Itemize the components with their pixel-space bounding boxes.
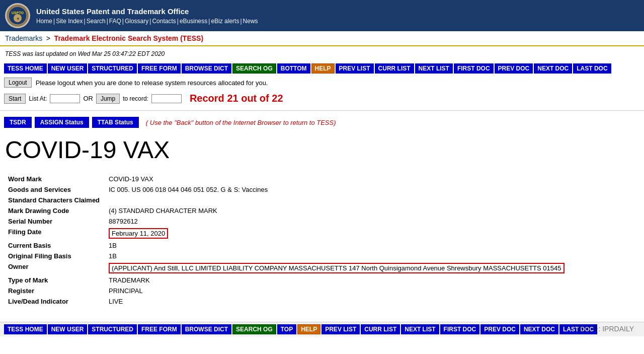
table-row: Type of Mark TRADEMARK	[5, 275, 634, 286]
owner-highlighted: (APPLICANT) And Still, LLC LIMITED LIABI…	[109, 263, 565, 273]
field-value: LIVE	[106, 296, 634, 307]
agency-title: United States Patent and Trademark Offic…	[36, 7, 258, 16]
field-value: TRADEMARK	[106, 275, 634, 286]
bottom-next-doc-button[interactable]: NEXT DOC	[520, 324, 558, 334]
table-row: Filing Date February 11, 2020	[5, 227, 634, 240]
field-label: Type of Mark	[5, 275, 106, 286]
back-note: ( Use the "Back" button of the Internet …	[146, 119, 336, 126]
logout-button[interactable]: Logout	[4, 78, 32, 88]
next-list-button[interactable]: NEXT LIST	[415, 63, 453, 74]
bottom-button[interactable]: BOTTOM	[277, 63, 310, 74]
tsdr-button[interactable]: TSDR	[4, 117, 32, 128]
breadcrumb-separator: >	[46, 34, 50, 42]
field-value: February 11, 2020	[106, 227, 634, 240]
bottom-new-user-button[interactable]: NEW USER	[48, 324, 88, 334]
browse-dict-button[interactable]: BROWSE DICT	[182, 63, 231, 74]
field-value: COVID-19 VAX	[106, 174, 634, 184]
ttab-status-button[interactable]: TTAB Status	[92, 117, 139, 128]
table-row: Word Mark COVID-19 VAX	[5, 174, 634, 184]
nav-contacts[interactable]: Contacts	[152, 18, 176, 25]
divider-1	[0, 110, 644, 111]
bottom-structured-button[interactable]: STRUCTURED	[88, 324, 137, 334]
table-row: Mark Drawing Code (4) STANDARD CHARACTER…	[5, 205, 634, 216]
bottom-free-form-button[interactable]: FREE FORM	[138, 324, 181, 334]
start-button[interactable]: Start	[4, 94, 26, 104]
header-text: United States Patent and Trademark Offic…	[36, 7, 258, 25]
bottom-tess-home-button[interactable]: TESS HOME	[4, 324, 47, 334]
field-value: 1B	[106, 240, 634, 251]
watermark: 微信号: IPRDAILY	[577, 325, 634, 334]
logout-message: Please logout when you are done to relea…	[36, 79, 268, 87]
nav-ebiz-alerts[interactable]: eBiz alerts	[211, 18, 239, 25]
bottom-prev-list-button[interactable]: PREV LIST	[321, 324, 360, 334]
bottom-first-doc-button[interactable]: FIRST DOC	[440, 324, 480, 334]
nav-search[interactable]: Search	[87, 18, 106, 25]
field-label: Mark Drawing Code	[5, 205, 106, 216]
table-row: Current Basis 1B	[5, 240, 634, 251]
prev-list-button[interactable]: PREV LIST	[336, 63, 374, 74]
nav-news[interactable]: News	[243, 18, 258, 25]
field-label: Current Basis	[5, 240, 106, 251]
top-toolbar: TESS HOME NEW USER STRUCTURED FREE FORM …	[0, 61, 644, 76]
status-row: TSDR ASSIGN Status TTAB Status ( Use the…	[0, 114, 644, 131]
table-row: Goods and Services IC 005. US 006 018 04…	[5, 184, 634, 195]
bottom-browse-dict-button[interactable]: BROWSE DICT	[182, 324, 231, 334]
nav-faq[interactable]: FAQ	[109, 18, 121, 25]
bottom-top-button[interactable]: TOP	[277, 324, 296, 334]
watermark-text: 微信号: IPRDAILY	[577, 325, 634, 333]
field-label: Original Filing Basis	[5, 251, 106, 261]
free-form-button[interactable]: FREE FORM	[138, 63, 181, 74]
nav-site-index[interactable]: Site Index	[56, 18, 83, 25]
bottom-search-og-button[interactable]: SEARCH OG	[232, 324, 276, 334]
record-text: Record 21 out of 22	[190, 93, 283, 104]
breadcrumb-parent[interactable]: Trademarks	[5, 34, 42, 42]
field-label: Live/Dead Indicator	[5, 296, 106, 307]
table-row: Register PRINCIPAL	[5, 286, 634, 296]
help-button[interactable]: HELP	[311, 63, 335, 74]
or-label: OR	[83, 95, 93, 102]
new-user-button[interactable]: NEW USER	[48, 63, 88, 74]
field-value: (APPLICANT) And Still, LLC LIMITED LIABI…	[106, 261, 634, 275]
to-record-input[interactable]	[151, 94, 182, 103]
table-row: Owner (APPLICANT) And Still, LLC LIMITED…	[5, 261, 634, 275]
tess-home-button[interactable]: TESS HOME	[4, 63, 47, 74]
to-record-label: to record:	[123, 95, 148, 102]
field-label: Register	[5, 286, 106, 296]
nav-glossary[interactable]: Glossary	[125, 18, 148, 25]
field-value	[106, 195, 634, 205]
bottom-next-list-button[interactable]: NEXT LIST	[401, 324, 439, 334]
prev-doc-button[interactable]: PREV DOC	[495, 63, 533, 74]
table-row: Live/Dead Indicator LIVE	[5, 296, 634, 307]
logout-row: Logout Please logout when you are done t…	[0, 76, 644, 90]
update-text: TESS was last updated on Wed Mar 25 03:4…	[5, 50, 165, 57]
main-content: COVID-19 VAX Word Mark COVID-19 VAX Good…	[0, 131, 644, 317]
field-value: PRINCIPAL	[106, 286, 634, 296]
jump-button[interactable]: Jump	[96, 94, 120, 104]
bottom-curr-list-button[interactable]: CURR LIST	[361, 324, 400, 334]
field-label: Serial Number	[5, 216, 106, 227]
field-label: Standard Characters Claimed	[5, 195, 106, 205]
last-doc-button[interactable]: LAST DOC	[573, 63, 611, 74]
table-row: Original Filing Basis 1B	[5, 251, 634, 261]
header: USPTO ★ United States Patent and Tradema…	[0, 0, 644, 31]
curr-list-button[interactable]: CURR LIST	[375, 63, 414, 74]
trademark-data-table: Word Mark COVID-19 VAX Goods and Service…	[5, 174, 634, 307]
assign-status-button[interactable]: ASSIGN Status	[35, 117, 89, 128]
nav-home[interactable]: Home	[36, 18, 52, 25]
nav-ebusiness[interactable]: eBusiness	[180, 18, 207, 25]
bottom-help-button[interactable]: HELP	[297, 324, 320, 334]
breadcrumb-current: Trademark Electronic Search System (TESS…	[54, 34, 203, 42]
field-label: Goods and Services	[5, 184, 106, 195]
list-at-label: List At:	[29, 95, 47, 102]
table-row: Serial Number 88792612	[5, 216, 634, 227]
field-value: IC 005. US 006 018 044 046 051 052. G & …	[106, 184, 634, 195]
search-og-button[interactable]: SEARCH OG	[232, 63, 276, 74]
list-at-input[interactable]	[50, 94, 80, 103]
first-doc-button[interactable]: FIRST DOC	[454, 63, 494, 74]
table-row: Standard Characters Claimed	[5, 195, 634, 205]
bottom-prev-doc-button[interactable]: PREV DOC	[480, 324, 519, 334]
field-label: Filing Date	[5, 227, 106, 240]
next-doc-button[interactable]: NEXT DOC	[534, 63, 572, 74]
header-nav: Home | Site Index | Search | FAQ | Gloss…	[36, 18, 258, 25]
structured-button[interactable]: STRUCTURED	[88, 63, 137, 74]
